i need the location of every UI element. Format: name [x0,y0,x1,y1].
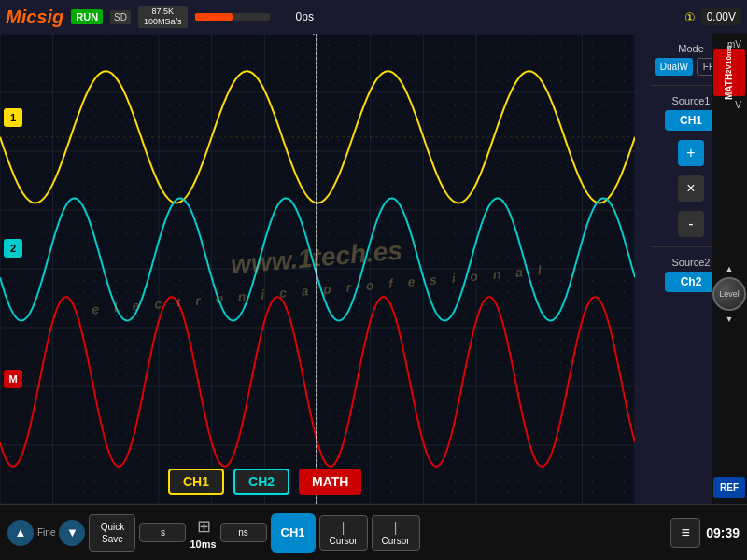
oscilloscope-area: T 1 2 M www.1tech.es e l e c t r o n i c… [0,34,635,504]
cursor2-button[interactable]: | Cursor [372,515,420,551]
trigger-line: T [316,34,317,504]
cursor1-label: Cursor [330,536,358,546]
rate-value2: 100MSa/s [144,17,182,27]
math-select-button[interactable]: MATH [299,469,361,495]
menu-button[interactable]: ≡ [670,518,700,548]
sd-status: SD [110,10,131,24]
sample-rate-box: 87.5K 100MSa/s [138,6,188,28]
cursor1-icon: | [342,520,345,535]
cursor1-button[interactable]: | Cursor [319,515,368,551]
math-side-button[interactable]: MATH 2V 10ms [713,49,745,96]
math-label: M [4,370,22,388]
level-section: ▲ Level ▼ [712,264,746,324]
progress-fill [195,13,233,21]
voltage-display: 0.00V [701,8,741,25]
minus-button[interactable]: - [678,211,704,237]
ch2-select-button[interactable]: CH2 [233,469,289,495]
trigger-info: ① 0.00V [684,8,741,25]
waveform-layer [0,34,635,504]
ch1-label: 1 [4,108,22,127]
logo-text: Micsig [6,7,63,27]
channel-buttons: CH1 CH2 MATH [168,469,361,495]
top-bar: Micsig RUN SD 87.5K 100MSa/s 0ps ① 0.00V [0,0,747,34]
mode-label: Mode [678,43,704,54]
timebase-icon: ⊞ [197,516,209,537]
math-sub2: 10ms [725,46,734,64]
math-side-label: MATH [724,74,735,100]
level-label: Level [719,289,740,299]
quick-save-button[interactable]: Quick Save [89,514,135,552]
dualw-button[interactable]: DualW [655,58,693,76]
ref-button[interactable]: REF [713,477,745,498]
rate-value1: 87.5K [152,7,175,17]
cursor2-icon: | [394,520,398,535]
trigger-icon: ① [684,10,696,24]
down-arrow-button[interactable]: ▼ [59,520,85,546]
source2-label: Source2 [672,257,711,268]
level-up-arrow: ▲ [726,264,734,273]
right-side-panel: mV MATH 2V 10ms V ▲ Level ▼ REF [712,34,747,504]
source2-button[interactable]: Ch2 [665,272,717,292]
s-button[interactable]: s [139,523,186,542]
mv-section: mV MATH 2V 10ms V [713,39,745,110]
logo: Micsig [6,7,63,28]
level-down-arrow: ▼ [726,315,734,324]
plus-button[interactable]: + [678,140,704,166]
ch1-select-button[interactable]: CH1 [168,469,224,495]
timebase-value: 10ms [190,539,216,550]
level-knob[interactable]: Level [712,277,746,311]
menu-icon: ≡ [682,525,690,541]
right-bottom: ≡ 09:39 [670,518,740,548]
run-status: RUN [71,9,103,24]
ns-button[interactable]: ns [220,523,267,542]
source1-button[interactable]: CH1 [665,110,717,131]
cursor2-label: Cursor [382,536,410,546]
timebase-display: 0ps [296,10,314,23]
fine-label: Fine [37,527,55,538]
trigger-marker: T [311,34,317,36]
math-sub1: 2V [725,64,734,74]
multiply-button[interactable]: × [678,175,704,202]
ch2-label: 2 [4,239,22,258]
time-display: 09:39 [706,525,740,540]
source1-label: Source1 [672,95,711,106]
timebase-group: ⊞ 10ms [190,516,216,550]
up-arrow-button[interactable]: ▲ [7,520,34,546]
progress-bar [195,13,270,21]
ch1-badge[interactable]: CH1 [271,513,316,553]
bottom-bar: ▲ Fine ▼ Quick Save s ⊞ 10ms ns CH1 | Cu… [0,504,747,560]
v-label: V [713,100,745,110]
